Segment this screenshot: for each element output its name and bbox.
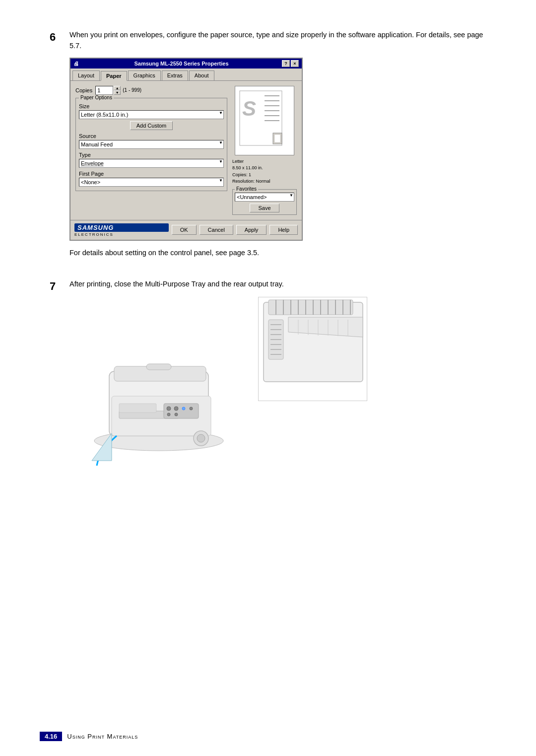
svg-rect-9 xyxy=(274,135,280,142)
preview-info: Letter 8.50 x 11.00 in. Copies: 1 Resolu… xyxy=(232,158,297,185)
step-7-description: After printing, close the Multi-Purpose … xyxy=(69,279,496,290)
svg-point-17 xyxy=(174,407,178,411)
copies-down-arrow[interactable]: ▼ xyxy=(114,90,121,95)
preview-area: S xyxy=(235,86,294,155)
type-label: Type xyxy=(79,152,224,158)
copies-label: Copies xyxy=(75,87,92,93)
size-label: Size xyxy=(79,103,224,109)
source-label: Source xyxy=(79,133,224,139)
help-titlebar-button[interactable]: ? xyxy=(282,60,290,67)
tab-layout[interactable]: Layout xyxy=(72,70,100,80)
cancel-button[interactable]: Cancel xyxy=(200,225,233,235)
samsung-logo: SAMSUNG ELECTRONICS xyxy=(74,223,169,237)
svg-rect-25 xyxy=(146,364,171,370)
copies-row: Copies ▲ ▼ (1 - 999) xyxy=(75,86,227,95)
svg-rect-27 xyxy=(268,300,353,315)
svg-point-24 xyxy=(197,434,205,442)
printer-images-container xyxy=(69,297,496,466)
step-6-number: 6 xyxy=(50,30,69,264)
copies-spinner: ▲ ▼ xyxy=(114,86,121,95)
tab-about[interactable]: About xyxy=(189,70,214,80)
preview-info-line3: Copies: 1 xyxy=(232,172,297,179)
step-7-text: After printing, close the Multi-Purpose … xyxy=(69,279,496,466)
type-select[interactable]: Envelope Plain Thick xyxy=(79,159,224,168)
printer-main-svg xyxy=(69,297,248,466)
page-footer: 4.16 Using Print Materials xyxy=(40,732,496,741)
preview-svg: S xyxy=(237,88,292,153)
source-select[interactable]: Manual Feed Auto xyxy=(79,140,224,149)
close-titlebar-button[interactable]: × xyxy=(291,60,299,67)
step-6-text: When you print on envelopes, configure t… xyxy=(69,30,496,264)
help-button[interactable]: Help xyxy=(269,225,298,235)
size-field: Size Letter (8.5x11.0 in.) Envelope Cust… xyxy=(79,103,224,130)
titlebar-controls: ? × xyxy=(282,60,299,67)
favorites-title: Favorites xyxy=(235,186,258,192)
preview-info-line2: 8.50 x 11.00 in. xyxy=(232,165,297,172)
dialog-left-column: Copies ▲ ▼ (1 - 999) Paper Options xyxy=(75,86,227,215)
add-custom-button[interactable]: Add Custom xyxy=(130,121,173,130)
copies-up-arrow[interactable]: ▲ xyxy=(114,86,121,90)
printer-properties-dialog: 🖨 Samsung ML-2550 Series Properties ? × … xyxy=(69,58,303,241)
svg-point-16 xyxy=(167,407,171,411)
svg-rect-22 xyxy=(119,404,156,412)
preview-info-line1: Letter xyxy=(232,158,297,165)
source-field: Source Manual Feed Auto xyxy=(79,133,224,149)
svg-point-21 xyxy=(175,413,178,416)
samsung-sub-text: ELECTRONICS xyxy=(74,232,169,237)
favorites-select-wrapper: <Unnamed> xyxy=(235,193,294,202)
ok-button[interactable]: OK xyxy=(172,225,197,235)
step-6-description: When you print on envelopes, configure t… xyxy=(69,30,496,52)
paper-options-group: Paper Options Size Letter (8.5x11.0 in.)… xyxy=(75,98,227,191)
favorites-select[interactable]: <Unnamed> xyxy=(235,193,294,202)
size-select[interactable]: Letter (8.5x11.0 in.) Envelope Custom xyxy=(79,110,224,119)
apply-button[interactable]: Apply xyxy=(236,225,267,235)
first-page-select[interactable]: <None> xyxy=(79,178,224,187)
copies-range: (1 - 999) xyxy=(123,87,141,93)
svg-point-18 xyxy=(182,407,185,410)
dialog-titlebar: 🖨 Samsung ML-2550 Series Properties ? × xyxy=(70,59,302,69)
paper-options-title: Paper Options xyxy=(79,95,114,100)
footer-chapter: Using Print Materials xyxy=(67,733,138,740)
first-page-label: First Page xyxy=(79,171,224,177)
svg-point-20 xyxy=(167,413,170,416)
printer-side-svg xyxy=(258,297,367,401)
size-select-wrapper: Letter (8.5x11.0 in.) Envelope Custom xyxy=(79,110,224,119)
step-7-block: 7 After printing, close the Multi-Purpos… xyxy=(50,279,496,466)
type-field: Type Envelope Plain Thick xyxy=(79,152,224,168)
step-7-number: 7 xyxy=(50,279,69,466)
tab-extras[interactable]: Extras xyxy=(162,70,188,80)
dialog-right-column: S xyxy=(232,86,297,215)
tab-paper[interactable]: Paper xyxy=(101,71,127,81)
favorites-group: Favorites <Unnamed> Save xyxy=(232,189,297,215)
save-button[interactable]: Save xyxy=(250,204,279,212)
samsung-logo-text: SAMSUNG xyxy=(74,223,169,232)
svg-point-19 xyxy=(190,407,193,410)
step-6-block: 6 When you print on envelopes, configure… xyxy=(50,30,496,264)
dialog-tab-bar: Layout Paper Graphics Extras About xyxy=(70,69,302,81)
dialog-footer: SAMSUNG ELECTRONICS OK Cancel Apply Help xyxy=(70,220,302,240)
dialog-title: Samsung ML-2550 Series Properties xyxy=(134,61,228,67)
first-page-field: First Page <None> xyxy=(79,171,224,187)
dialog-title-icon: 🖨 xyxy=(73,61,79,67)
first-page-select-wrapper: <None> xyxy=(79,178,224,187)
dialog-body: Copies ▲ ▼ (1 - 999) Paper Options xyxy=(70,81,302,220)
source-select-wrapper: Manual Feed Auto xyxy=(79,140,224,149)
preview-info-line4: Resolution: Normal xyxy=(232,178,297,185)
svg-text:S: S xyxy=(242,97,256,120)
svg-rect-15 xyxy=(164,404,199,418)
step-6-note: For details about setting on the control… xyxy=(69,248,496,259)
copies-input[interactable] xyxy=(95,86,113,95)
tab-graphics[interactable]: Graphics xyxy=(128,70,161,80)
page-number: 4.16 xyxy=(40,732,62,741)
type-select-wrapper: Envelope Plain Thick xyxy=(79,159,224,168)
